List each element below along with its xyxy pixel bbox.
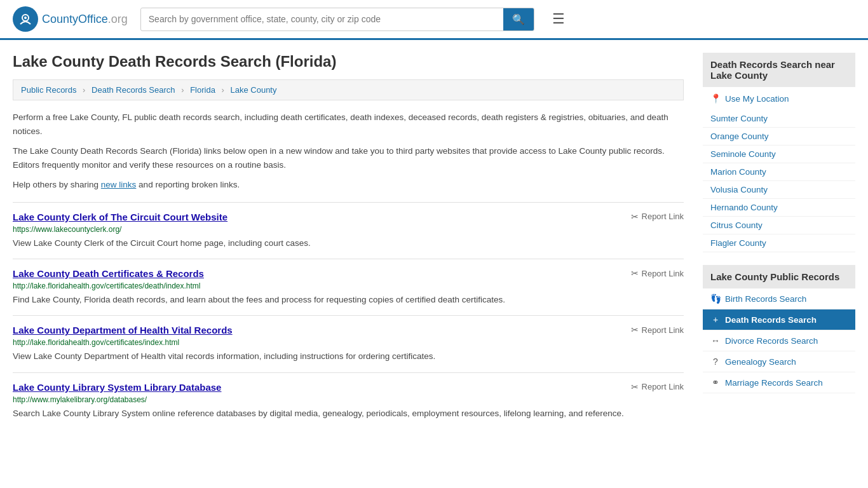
- public-record-item[interactable]: ⚭ Marriage Records Search: [703, 372, 855, 393]
- record-url: http://www.mylakelibrary.org/databases/: [13, 395, 684, 404]
- report-link-button[interactable]: ✂ Report Link: [631, 382, 684, 392]
- logo-text: CountyOffice.org: [42, 13, 128, 26]
- logo-icon: [13, 6, 38, 32]
- nearby-county-item[interactable]: Volusia County: [703, 181, 855, 199]
- public-record-label: Genealogy Search: [725, 357, 796, 367]
- report-label: Report Link: [642, 269, 684, 278]
- main-layout: Lake County Death Records Search (Florid…: [0, 40, 868, 442]
- search-button[interactable]: 🔍: [503, 8, 534, 30]
- public-record-icon: ↔: [710, 336, 721, 346]
- record-title-row: Lake County Department of Health Vital R…: [13, 325, 684, 336]
- scissors-icon: ✂: [631, 325, 639, 335]
- public-record-item[interactable]: ? Genealogy Search: [703, 351, 855, 372]
- search-icon: 🔍: [512, 14, 525, 25]
- new-links-link[interactable]: new links: [101, 180, 137, 189]
- record-desc: View Lake County Department of Health vi…: [13, 350, 684, 363]
- public-record-icon: 👣: [710, 294, 721, 304]
- nearby-list: Sumter CountyOrange CountySeminole Count…: [703, 110, 855, 252]
- search-input[interactable]: [141, 9, 503, 29]
- public-record-label: Divorce Records Search: [725, 336, 818, 346]
- public-record-label: Death Records Search: [725, 315, 817, 325]
- nearby-county-item[interactable]: Citrus County: [703, 217, 855, 234]
- breadcrumb-sep-3: ›: [222, 85, 224, 95]
- record-item: Lake County Death Certificates & Records…: [13, 259, 684, 315]
- public-records-section: Lake County Public Records 👣 Birth Recor…: [703, 265, 855, 393]
- public-record-item[interactable]: + Death Records Search: [703, 309, 855, 330]
- public-record-icon: ?: [710, 356, 721, 367]
- nearby-section: Death Records Search near Lake County 📍 …: [703, 53, 855, 252]
- description-para2: The Lake County Death Records Search (Fl…: [13, 144, 684, 172]
- record-item: Lake County Library System Library Datab…: [13, 372, 684, 429]
- record-title[interactable]: Lake County Death Certificates & Records: [13, 268, 204, 279]
- nearby-county-label: Flagler County: [710, 238, 766, 248]
- scissors-icon: ✂: [631, 268, 639, 278]
- nearby-county-item[interactable]: Sumter County: [703, 110, 855, 128]
- use-location-row: 📍 Use My Location: [703, 87, 855, 110]
- nearby-county-label: Citrus County: [710, 220, 763, 230]
- report-label: Report Link: [642, 325, 684, 335]
- public-record-item[interactable]: 👣 Birth Records Search: [703, 288, 855, 309]
- record-title-row: Lake County Library System Library Datab…: [13, 382, 684, 393]
- record-title[interactable]: Lake County Library System Library Datab…: [13, 382, 221, 393]
- nearby-county-label: Sumter County: [710, 114, 768, 123]
- menu-icon: ☰: [552, 11, 565, 27]
- breadcrumb-sep-1: ›: [83, 85, 85, 95]
- record-desc: Search Lake County Library System online…: [13, 407, 684, 420]
- report-link-button[interactable]: ✂ Report Link: [631, 268, 684, 278]
- scissors-icon: ✂: [631, 212, 639, 222]
- public-records-header: Lake County Public Records: [703, 265, 855, 288]
- public-record-icon: ⚭: [710, 377, 721, 388]
- public-record-icon: +: [710, 315, 721, 325]
- location-pin-icon: 📍: [710, 93, 721, 104]
- content-area: Lake County Death Records Search (Florid…: [13, 53, 684, 429]
- nearby-header: Death Records Search near Lake County: [703, 53, 855, 87]
- record-item: Lake County Clerk of The Circuit Court W…: [13, 202, 684, 259]
- scissors-icon: ✂: [631, 382, 639, 392]
- breadcrumb-florida[interactable]: Florida: [190, 85, 215, 95]
- nearby-county-item[interactable]: Orange County: [703, 128, 855, 146]
- nearby-county-label: Marion County: [710, 167, 766, 177]
- nearby-county-item[interactable]: Flagler County: [703, 234, 855, 252]
- public-record-label: Marriage Records Search: [725, 378, 823, 388]
- nearby-county-item[interactable]: Marion County: [703, 163, 855, 181]
- nearby-county-label: Hernando County: [710, 203, 778, 212]
- menu-button[interactable]: ☰: [547, 8, 570, 30]
- breadcrumb-lake-county[interactable]: Lake County: [230, 85, 276, 95]
- breadcrumb: Public Records › Death Records Search › …: [13, 79, 684, 100]
- breadcrumb-death-records[interactable]: Death Records Search: [92, 85, 175, 95]
- nearby-county-label: Orange County: [710, 132, 769, 141]
- description-para1: Perform a free Lake County, FL public de…: [13, 111, 684, 138]
- report-label: Report Link: [642, 212, 684, 221]
- logo[interactable]: CountyOffice.org: [13, 6, 128, 32]
- nearby-county-item[interactable]: Seminole County: [703, 146, 855, 163]
- report-link-button[interactable]: ✂ Report Link: [631, 212, 684, 222]
- record-url: http://lake.floridahealth.gov/certificat…: [13, 338, 684, 347]
- report-label: Report Link: [642, 382, 684, 391]
- nearby-county-label: Seminole County: [710, 149, 776, 159]
- description-block: Perform a free Lake County, FL public de…: [13, 111, 684, 192]
- search-bar: 🔍: [140, 8, 534, 31]
- header: CountyOffice.org 🔍 ☰: [0, 0, 868, 40]
- nearby-county-item[interactable]: Hernando County: [703, 199, 855, 217]
- public-record-item[interactable]: ↔ Divorce Records Search: [703, 330, 855, 351]
- description-para3: Help others by sharing new links and rep…: [13, 178, 684, 192]
- record-desc: View Lake County Clerk of the Circuit Co…: [13, 237, 684, 250]
- record-url: http://lake.floridahealth.gov/certificat…: [13, 281, 684, 290]
- svg-point-1: [24, 17, 27, 19]
- record-title-row: Lake County Clerk of The Circuit Court W…: [13, 212, 684, 222]
- nearby-county-label: Volusia County: [710, 185, 768, 194]
- record-title[interactable]: Lake County Clerk of The Circuit Court W…: [13, 212, 227, 222]
- record-title-row: Lake County Death Certificates & Records…: [13, 268, 684, 279]
- breadcrumb-sep-2: ›: [181, 85, 184, 95]
- report-link-button[interactable]: ✂ Report Link: [631, 325, 684, 335]
- record-desc: Find Lake County, Florida death records,…: [13, 294, 684, 306]
- records-list: Lake County Clerk of The Circuit Court W…: [13, 202, 684, 429]
- public-records-list: 👣 Birth Records Search + Death Records S…: [703, 288, 855, 393]
- record-url: https://www.lakecountyclerk.org/: [13, 225, 684, 234]
- use-location-link[interactable]: Use My Location: [725, 94, 789, 104]
- record-title[interactable]: Lake County Department of Health Vital R…: [13, 325, 233, 336]
- page-title: Lake County Death Records Search (Florid…: [13, 53, 684, 71]
- sidebar: Death Records Search near Lake County 📍 …: [703, 53, 855, 429]
- public-record-label: Birth Records Search: [725, 294, 806, 304]
- breadcrumb-public-records[interactable]: Public Records: [21, 85, 76, 95]
